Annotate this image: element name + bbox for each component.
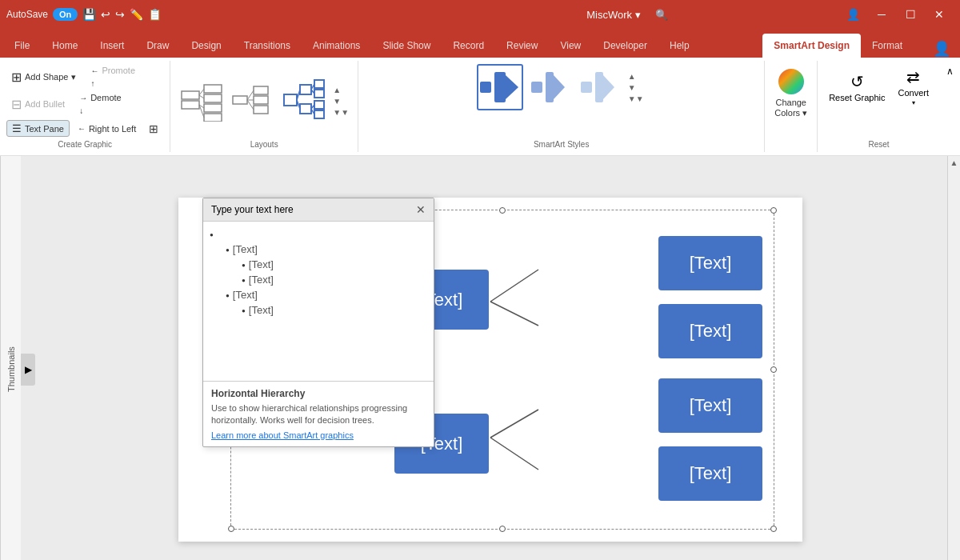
layouts-group: ▲ ▼ ▼▼ Layouts <box>170 61 358 152</box>
scroll-up-arrow[interactable]: ▲ <box>330 85 351 95</box>
tab-developer[interactable]: Developer <box>592 34 658 58</box>
styles-scroll-down[interactable]: ▼ <box>626 82 646 93</box>
scroll-top-button[interactable]: ▲ <box>948 156 960 170</box>
change-colors-button[interactable]: ChangeColors ▾ <box>771 64 810 122</box>
handle-br[interactable] <box>770 526 777 532</box>
svg-rect-0 <box>182 91 199 99</box>
user-profile-icon[interactable]: 👤 <box>926 40 957 58</box>
learn-more-link[interactable]: Learn more about SmartArt graphics <box>211 430 354 440</box>
text-pane: Type your text here ✕ ● ● [Text] <box>202 198 434 447</box>
handle-tc[interactable] <box>499 207 506 214</box>
smartart-node-top4[interactable]: [Text] <box>658 446 762 501</box>
handle-mr[interactable] <box>770 366 777 373</box>
style-item-2[interactable] <box>526 64 573 110</box>
layout-item-2[interactable] <box>228 75 278 127</box>
handle-bl[interactable] <box>228 526 234 532</box>
layout-button[interactable]: ⊞ <box>144 120 163 137</box>
promote-button[interactable]: ← Promote <box>86 64 140 77</box>
text-item-4[interactable]: ● [Text] <box>210 274 427 286</box>
redo-icon[interactable]: ↪ <box>115 8 125 21</box>
move-up-button[interactable]: ↑ <box>86 78 140 90</box>
pen-icon[interactable]: ✏️ <box>130 8 143 21</box>
right-scrollbar[interactable]: ▲ ▼ ▼ <box>947 156 960 560</box>
text-item-6[interactable]: ● [Text] <box>210 304 427 316</box>
smartart-node-top1[interactable]: [Text] <box>658 236 762 290</box>
add-bullet-button[interactable]: ⊟ Add Bullet <box>6 95 70 114</box>
title-bar-left: AutoSave On 💾 ↩ ↪ ✏️ 📋 <box>6 8 416 21</box>
tab-file[interactable]: File <box>3 34 41 58</box>
ribbon-content: ⊞ Add Shape ▾ ← Promote ↑ <box>0 58 960 156</box>
autosave-toggle[interactable]: On <box>53 8 78 21</box>
slide-area[interactable]: ▶ <box>21 156 960 560</box>
format-icon[interactable]: 📋 <box>148 8 162 21</box>
tab-record[interactable]: Record <box>442 34 495 58</box>
tab-slideshow[interactable]: Slide Show <box>371 34 442 58</box>
tab-format[interactable]: Format <box>861 34 914 58</box>
tab-home[interactable]: Home <box>41 34 89 58</box>
svg-line-44 <box>490 438 538 470</box>
style-item-1[interactable] <box>477 64 523 110</box>
change-colors-group: ChangeColors ▾ <box>765 61 818 152</box>
slide-canvas[interactable]: [Text] [Text] [Text] [Text] [Text] <box>178 198 802 542</box>
text-item-2[interactable]: ● [Text] <box>210 243 427 255</box>
tab-review[interactable]: Review <box>495 34 549 58</box>
convert-button[interactable]: ⇄ Convert ▾ <box>893 64 934 110</box>
save-icon[interactable]: 💾 <box>82 8 96 21</box>
svg-rect-2 <box>204 85 222 93</box>
window-controls: 👤 ─ ☐ ✕ <box>838 0 954 29</box>
minimize-button[interactable]: ─ <box>867 0 896 29</box>
right-to-left-button[interactable]: ← Right to Left <box>73 120 141 137</box>
tab-smartart-design[interactable]: SmartArt Design <box>762 34 861 58</box>
styles-content: ▲ ▼ ▼▼ <box>477 64 646 110</box>
text-pane-button[interactable]: ☰ Text Pane <box>6 120 70 137</box>
scroll-down-arrow[interactable]: ▼ <box>330 96 351 106</box>
layouts-label: Layouts <box>250 138 278 149</box>
tab-transitions[interactable]: Transitions <box>233 34 302 58</box>
user-icon[interactable]: 👤 <box>838 0 867 29</box>
handle-tr[interactable] <box>770 207 777 214</box>
restore-button[interactable]: ☐ <box>896 0 925 29</box>
demote-button[interactable]: → Demote <box>74 91 126 104</box>
styles-scroll[interactable]: ▲ ▼ ▼▼ <box>626 71 646 104</box>
add-shape-button[interactable]: ⊞ Add Shape ▾ <box>6 68 81 86</box>
text-item-5[interactable]: ● [Text] <box>210 289 427 301</box>
tab-insert[interactable]: Insert <box>89 34 135 58</box>
close-button[interactable]: ✕ <box>925 0 954 29</box>
text-item-3[interactable]: ● [Text] <box>210 258 427 270</box>
tab-view[interactable]: View <box>549 34 592 58</box>
smartart-node-top3[interactable]: [Text] <box>658 378 762 433</box>
style-item-3[interactable] <box>576 64 622 110</box>
scroll-more-arrow[interactable]: ▼▼ <box>330 107 351 118</box>
svg-rect-37 <box>595 72 603 102</box>
scroll-bottom-button[interactable]: ▼ <box>948 556 960 560</box>
text-pane-content[interactable]: ● ● [Text] ● [Text] ● <box>203 222 434 382</box>
ribbon-collapse-button[interactable]: ∧ <box>943 64 957 78</box>
expand-panel-button[interactable]: ▶ <box>21 354 35 386</box>
reset-graphic-button[interactable]: ↺ Reset Graphic <box>824 69 890 106</box>
layout-item-1[interactable] <box>177 75 226 127</box>
styles-scroll-more[interactable]: ▼▼ <box>626 94 646 104</box>
diagram-type-title: Horizontal Hierarchy <box>211 388 426 399</box>
layout-item-3[interactable] <box>279 75 329 127</box>
undo-icon[interactable]: ↩ <box>101 8 110 21</box>
text-pane-close-button[interactable]: ✕ <box>416 203 426 216</box>
svg-line-41 <box>490 270 538 302</box>
create-graphic-label: Create Graphic <box>58 138 112 149</box>
tab-animations[interactable]: Animations <box>302 34 371 58</box>
move-down-button[interactable]: ↓ <box>74 105 126 117</box>
smartart-node-top2[interactable]: [Text] <box>658 304 762 358</box>
handle-bc[interactable] <box>499 526 506 532</box>
layout-scroll[interactable]: ▲ ▼ ▼▼ <box>330 85 351 118</box>
tab-design[interactable]: Design <box>180 34 232 58</box>
smartart-styles-group: ▲ ▼ ▼▼ SmartArt Styles <box>358 61 765 152</box>
svg-line-14 <box>247 90 254 100</box>
tab-help[interactable]: Help <box>658 34 701 58</box>
text-item-1[interactable]: ● <box>210 228 427 240</box>
svg-rect-19 <box>300 104 311 114</box>
tab-draw[interactable]: Draw <box>135 34 180 58</box>
svg-line-43 <box>490 410 538 438</box>
text-input-active[interactable] <box>217 228 427 240</box>
styles-scroll-up[interactable]: ▲ <box>626 71 646 82</box>
thumbnails-panel[interactable]: Thumbnails <box>0 156 21 560</box>
svg-rect-3 <box>204 94 222 102</box>
